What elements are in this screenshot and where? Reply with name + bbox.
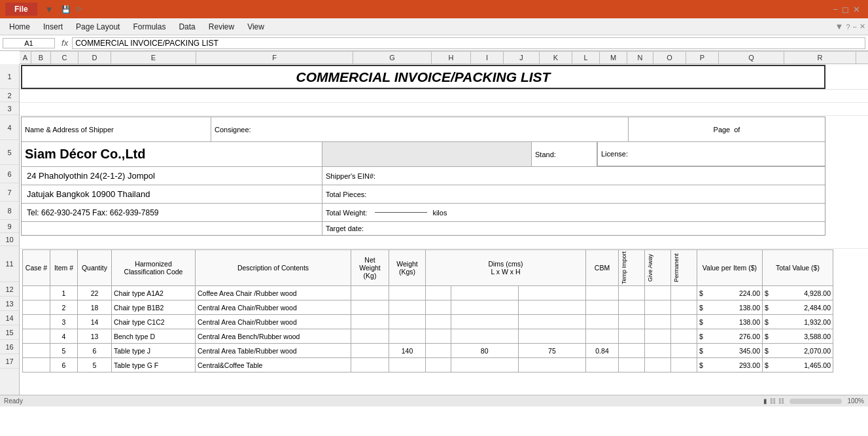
rownum-7[interactable]: 7: [0, 183, 19, 202]
col-M[interactable]: M: [600, 52, 627, 64]
rownum-4[interactable]: 4: [0, 115, 19, 140]
cell-perm-4: [671, 329, 697, 344]
kilos-label: kilos: [432, 209, 447, 217]
cell-total-4: $ 3,588.00: [763, 329, 833, 344]
cell-h-2: [518, 300, 585, 315]
rownum-1[interactable]: 1: [0, 64, 19, 89]
zoom-level: 100%: [847, 397, 864, 405]
rownum-5[interactable]: 5: [0, 140, 19, 165]
cell-harmonized-1: Chair type A1A2: [112, 286, 196, 300]
col-header-description: Description of Contents: [196, 250, 351, 286]
cell-qty-6: 5: [78, 358, 112, 372]
close-icon[interactable]: ✕: [853, 5, 860, 14]
cell-total-2: $ 2,484.00: [763, 300, 833, 315]
col-J[interactable]: J: [504, 52, 540, 64]
col-K[interactable]: K: [540, 52, 572, 64]
cell-w-1: [451, 286, 518, 300]
rownum-8[interactable]: 8: [0, 202, 19, 220]
col-S[interactable]: S: [856, 52, 868, 64]
cell-netweight-3: [351, 315, 389, 329]
cell-give-6: [645, 358, 671, 372]
menu-review[interactable]: Review: [202, 21, 241, 33]
col-R[interactable]: R: [784, 52, 856, 64]
cell-total-5: $ 2,070.00: [763, 344, 833, 358]
col-header-case: Case #: [23, 250, 50, 286]
col-E[interactable]: E: [111, 52, 196, 64]
col-F[interactable]: F: [196, 52, 353, 64]
view-layout-icon[interactable]: ☷: [770, 397, 776, 405]
cell-w-3: [451, 315, 518, 329]
license-label: License:: [601, 150, 628, 158]
cell-temp-3: [619, 315, 645, 329]
rownum-17[interactable]: 17: [0, 354, 19, 369]
col-A[interactable]: A: [20, 52, 31, 64]
rownum-3[interactable]: 3: [0, 102, 19, 115]
menu-pagelayout[interactable]: Page Layout: [69, 21, 126, 33]
cell-cbm-3: [586, 315, 619, 329]
rownum-10[interactable]: 10: [0, 233, 19, 246]
cell-case-1: [23, 286, 50, 300]
cell-l-6: [426, 358, 451, 372]
col-header-total-value: Total Value ($): [763, 250, 833, 286]
cell-description-2: Central Area Chair/Rubber wood: [196, 300, 351, 315]
rownum-15[interactable]: 15: [0, 325, 19, 340]
cell-cbm-4: [586, 329, 619, 344]
target-date-label: Target date:: [326, 225, 364, 232]
rownum-13[interactable]: 13: [0, 297, 19, 311]
cell-l-3: [426, 315, 451, 329]
cell-h-6: [518, 358, 585, 372]
col-Q[interactable]: Q: [719, 52, 784, 64]
cell-reference[interactable]: [3, 38, 55, 48]
col-header-permanent: Permanent: [671, 250, 697, 286]
col-P[interactable]: P: [686, 52, 719, 64]
rownum-16[interactable]: 16: [0, 340, 19, 354]
col-H[interactable]: H: [432, 52, 471, 64]
cell-weight-6: [389, 358, 426, 372]
cell-value-2: $ 138.00: [697, 300, 763, 315]
rownum-14[interactable]: 14: [0, 311, 19, 325]
cell-harmonized-6: Table type G F: [112, 358, 196, 372]
col-G[interactable]: G: [353, 52, 432, 64]
cell-l-4: [426, 329, 451, 344]
cell-netweight-2: [351, 300, 389, 315]
col-B[interactable]: B: [31, 52, 51, 64]
rownum-12[interactable]: 12: [0, 282, 19, 297]
col-header-cbm: CBM: [586, 250, 619, 286]
col-C[interactable]: C: [51, 52, 78, 64]
rownum-2[interactable]: 2: [0, 89, 19, 102]
cell-case-5: [23, 344, 50, 358]
cell-item-6: 6: [50, 358, 78, 372]
col-O[interactable]: O: [653, 52, 686, 64]
menu-view[interactable]: View: [241, 21, 271, 33]
menu-insert[interactable]: Insert: [37, 21, 69, 33]
cell-give-1: [645, 286, 671, 300]
zoom-slider[interactable]: [790, 399, 842, 404]
cell-perm-6: [671, 358, 697, 372]
col-header-qty: Quantity: [78, 250, 112, 286]
minimize-icon[interactable]: −: [833, 5, 838, 14]
rownum-11[interactable]: 11: [0, 246, 19, 282]
table-row: 6 5 Table type G F Central&Coffee Table: [23, 358, 833, 372]
menu-formulas[interactable]: Formulas: [126, 21, 172, 33]
col-D[interactable]: D: [78, 52, 111, 64]
col-L[interactable]: L: [572, 52, 600, 64]
menu-home[interactable]: Home: [3, 21, 37, 33]
view-page-break-icon[interactable]: ☷: [778, 397, 784, 405]
cell-w-5: 80: [451, 344, 518, 358]
col-I[interactable]: I: [471, 52, 504, 64]
consignee-input[interactable]: [326, 151, 528, 158]
cell-weight-5: 140: [389, 344, 426, 358]
cell-h-3: [518, 315, 585, 329]
cell-total-6: $ 1,465.00: [763, 358, 833, 372]
rownum-9[interactable]: 9: [0, 220, 19, 233]
view-normal-icon[interactable]: ▮: [763, 397, 767, 405]
restore-icon[interactable]: ◻: [842, 5, 849, 14]
col-N[interactable]: N: [627, 52, 653, 64]
file-tab[interactable]: File: [5, 3, 37, 16]
menu-data[interactable]: Data: [172, 21, 201, 33]
formula-bar-input[interactable]: [72, 37, 865, 49]
rownum-6[interactable]: 6: [0, 165, 19, 183]
cell-value-1: $ 224.00: [697, 286, 763, 300]
stand-label: Stand:: [535, 151, 556, 158]
table-row: 4 13 Bench type D Central Area Bench/Rub…: [23, 329, 833, 344]
